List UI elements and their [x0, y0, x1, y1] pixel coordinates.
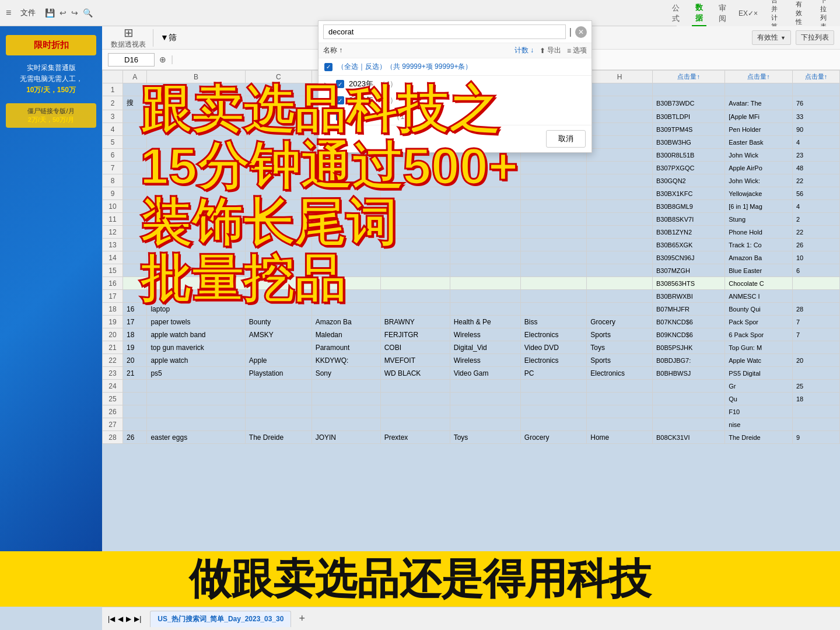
sidebar-promo-bottom: 僵尸链接专版/月 2万/天，50万/月 [6, 103, 96, 128]
table-row: 7 B307PXGQC Apple AirPo 48 [103, 162, 840, 174]
col-B: B [147, 71, 245, 83]
table-row: 14 B3095CN96J Amazon Ba 10 [103, 251, 840, 264]
table-row: 9 B30BX1KFC Yellowjacke 56 [103, 187, 840, 200]
check-ex-icon: EX✓× [738, 9, 758, 18]
tab-review[interactable]: 审阅 [715, 1, 730, 26]
checkbox-other[interactable]: ✓ [336, 113, 344, 121]
bottom-banner-text: 做跟卖选品还是得用科技 [189, 551, 651, 607]
filter-item-other[interactable]: ▶ ✓ 2.1493E-11 （1） [318, 108, 592, 125]
filter-search-input[interactable] [323, 24, 566, 39]
corner-cell [103, 71, 123, 83]
filter-year-2023: 2023年 [349, 79, 373, 89]
filter-count-other: （1） [393, 111, 412, 122]
dropdown-list-right[interactable]: 下拉列表 [796, 30, 834, 45]
col-H: H [587, 71, 653, 83]
sheet-nav-last[interactable]: ▶| [134, 615, 141, 623]
validity-btn[interactable]: 有效性 [791, 0, 807, 28]
filter-select-all[interactable]: ✓ （全选｜反选）（共 99999+项 99999+条） [318, 58, 592, 76]
sheet-nav-next[interactable]: ▶ [126, 615, 131, 623]
bottom-banner: 做跟卖选品还是得用科技 [0, 551, 840, 607]
formula-expand-icon[interactable]: ⊕ [159, 55, 166, 64]
table-row-top-gun: 21 19 top gun maverick Paramount COBI Di… [103, 341, 840, 354]
filter-close-button[interactable]: ✕ [575, 26, 587, 38]
validity-dropdown[interactable]: 有效性 ▼ [752, 30, 791, 45]
table-row-apple-watch: 22 20 apple watch Apple KKDYWQ: MVEFOIT … [103, 354, 840, 367]
right-toolbar2-btns: 有效性 ▼ 下拉列表 [752, 30, 834, 45]
table-row-paper-towels: 19 17 paper towels Bounty Amazon Ba BRAW… [103, 316, 840, 328]
expand-2023-icon[interactable]: ▶ [324, 81, 331, 88]
table-row: 24 Gr 25 [103, 380, 840, 393]
col-K: 点击量↑ [792, 71, 839, 83]
expand-2009-icon[interactable]: ▶ [324, 97, 331, 104]
sidebar-promo-bottom-label: 僵尸链接专版/月 [27, 107, 74, 114]
right-header-tabs: 公式 数据 审阅 EX✓× 合并计算 有效性 下拉列表 [677, 0, 840, 26]
pivot-icon: ⊞ [124, 26, 134, 40]
checkbox-2023[interactable]: ✓ [336, 80, 344, 88]
options-icon: ≡ [567, 47, 571, 55]
filter-item-2023[interactable]: ▶ ✓ 2023年 （4） [318, 76, 592, 92]
cursor-indicator: | [569, 27, 572, 37]
checkbox-2009[interactable]: ✓ [336, 96, 344, 104]
pivot-table-btn[interactable]: ⊞ 数据透视表 [111, 26, 146, 50]
redo-icon[interactable]: ↪ [71, 8, 78, 18]
left-sidebar: 限时折扣 实时采集普通版 无需电脑无需人工， 10万/天，150万 僵尸链接专版… [0, 26, 102, 551]
table-row: 11 B30B8SKV7I Stung 2 [103, 213, 840, 226]
filter-count-2023: （4） [378, 79, 397, 89]
filter-item-2009[interactable]: ▶ ✓ 2009年 （1） [318, 92, 592, 108]
table-row: 25 Qu 18 [103, 393, 840, 405]
filter-footer: 取消 [318, 125, 592, 152]
save-icon[interactable]: 💾 [45, 8, 55, 18]
filter-list: ✓ （全选｜反选）（共 99999+项 99999+条） ▶ ✓ 2023年 （… [318, 58, 592, 125]
pivot-label: 数据透视表 [111, 40, 146, 50]
filter-year-2009: 2009年 [349, 95, 373, 106]
search-icon[interactable]: 🔍 [83, 8, 93, 18]
sheet-nav-prev[interactable]: ◀ [118, 615, 123, 623]
file-menu[interactable]: 文件 [16, 6, 40, 20]
col-C: C [245, 71, 312, 83]
expand-other-icon[interactable]: ▶ [324, 114, 331, 120]
sheet-tab-main[interactable]: US_热门搜索词_简单_Day_2023_03_30 [150, 611, 291, 627]
filter-toolbar: 名称 ↑ 计数 ↓ ⬆ 导出 ≡ 选项 [318, 43, 592, 58]
col-J: 点击量↑ [725, 71, 793, 83]
sheet-tabs-bar: |◀ ◀ ▶ ▶| US_热门搜索词_简单_Day_2023_03_30 + [102, 607, 840, 630]
select-all-label: （全选｜反选）（共 99999+项 99999+条） [337, 62, 472, 72]
cell-reference[interactable]: D16 [108, 53, 155, 66]
filter-col-count[interactable]: 计数 ↓ [514, 46, 534, 55]
sidebar-highlight1: 10万/天，150万 [26, 86, 76, 94]
filter-cancel-button[interactable]: 取消 [546, 130, 586, 148]
menu-icon[interactable]: ≡ [6, 8, 11, 18]
filter-options-btn[interactable]: ≡ 选项 [567, 46, 587, 55]
table-row: 17 B30BRWXBI ANMESC I [103, 290, 840, 303]
tab-data[interactable]: 数据 [692, 1, 706, 26]
filter-col-name[interactable]: 名称 ↑ [323, 46, 509, 55]
sidebar-highlight2: 2万/天，50万/月 [28, 116, 74, 123]
table-row-ps5: 23 21 ps5 Playstation Sony WD BLACK Vide… [103, 367, 840, 380]
sidebar-desc-line2: 无需电脑无需人工， [20, 75, 83, 83]
filter-year-other: 2.1493E-11 [349, 113, 388, 121]
filter-export-btn[interactable]: ⬆ 导出 [540, 46, 561, 55]
col-A: A [123, 71, 147, 83]
table-row: 16 B308563HTS Chocolate C [103, 277, 840, 290]
table-row: 12 B30B1ZYN2 Phone Hold 22 [103, 226, 840, 239]
nav-arrows: |◀ ◀ ▶ ▶| [108, 615, 141, 623]
sidebar-desc-line1: 实时采集普通版 [27, 64, 76, 72]
table-row: 13 B30B65XGK Track 1: Co 26 [103, 239, 840, 251]
table-row: 8 B30GQN2 John Wick: 22 [103, 174, 840, 187]
table-row-apple-watch-band: 20 18 apple watch band AMSKY Maledan FER… [103, 328, 840, 341]
sidebar-desc: 实时采集普通版 无需电脑无需人工， 10万/天，150万 [20, 62, 83, 96]
tab-formula[interactable]: 公式 [668, 1, 683, 26]
promo-label[interactable]: 限时折扣 [6, 35, 96, 55]
table-row: 15 B307MZGH Blue Easter 6 [103, 264, 840, 277]
sheet-add-button[interactable]: + [294, 612, 310, 625]
table-row: 10 B30B8GML9 [6 in 1] Mag 4 [103, 200, 840, 213]
undo-icon[interactable]: ↩ [60, 8, 66, 18]
filter-popup: | ✕ 名称 ↑ 计数 ↓ ⬆ 导出 ≡ 选项 ✓ （全选｜反选）（共 9999… [318, 20, 592, 153]
filter-icon[interactable]: ▼筛 [160, 33, 177, 43]
sheet-nav-first[interactable]: |◀ [108, 615, 115, 623]
select-all-checkbox[interactable]: ✓ [324, 63, 332, 71]
filter-count-2009: （1） [378, 95, 397, 106]
table-row: 27 nise [103, 418, 840, 431]
col-I: 点击量↑ [652, 71, 724, 83]
table-row: 18 16 laptop B07MHJFR Bounty Qui 28 [103, 303, 840, 316]
table-row-easter-eggs: 28 26 easter eggs The Dreide JOYIN Prext… [103, 431, 840, 444]
